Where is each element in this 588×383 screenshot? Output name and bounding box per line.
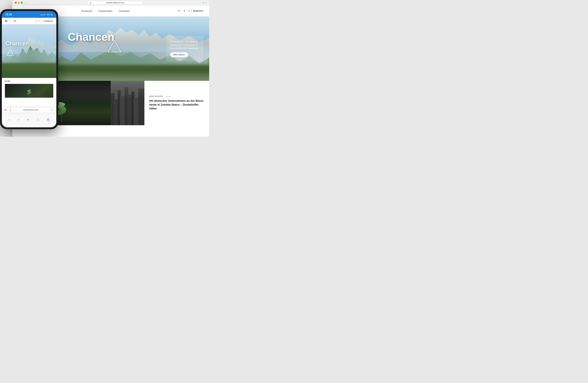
news-tag: NEUE INSIGHTS (149, 96, 163, 97)
nav-link-transformation[interactable]: Transformation (98, 10, 113, 12)
nav-logo[interactable]: F · T · I Andersch 7 (179, 9, 204, 13)
phone-hero-heading: Chancen (5, 40, 29, 47)
phone-share-button[interactable]: ⎋ (27, 118, 29, 121)
phone-body: 12:16 ▲▲▲ ●●● ▬ ○ DE › F · T · I (0, 9, 58, 129)
phone-time: 12:16 (5, 13, 12, 16)
back-button[interactable]: ‹ (25, 1, 26, 4)
phone-bottom-bar: ‹ › ⎋ □ ⧉ (2, 114, 56, 127)
phone-lang-label: DE (14, 20, 16, 22)
news-date: 9.2.23 (166, 96, 171, 98)
phone-screen: 12:16 ▲▲▲ ●●● ▬ ○ DE › F · T · I (2, 11, 56, 127)
phone-status-bar: 12:16 ▲▲▲ ●●● ▬ (2, 11, 56, 18)
news-content: NEUE INSIGHTS 9.2.23 6% deutscher Untern… (144, 91, 209, 115)
phone-bookmarks-button[interactable]: □ (37, 118, 39, 121)
svg-rect-10 (120, 96, 125, 125)
phone-plant-svg (21, 85, 37, 98)
phone-forward-icon: › (18, 118, 19, 121)
fullscreen-button[interactable] (21, 2, 23, 4)
phone-logo-sup: 7 (53, 20, 53, 21)
address-bar[interactable]: 🔒 www.fti-andersch.com (88, 1, 143, 5)
phone-plant-overlay (5, 84, 53, 98)
hero-triangle-icon (107, 39, 122, 55)
news-meta: NEUE INSIGHTS 9.2.23 (149, 96, 204, 98)
phone-logo-divider (44, 20, 44, 22)
phone-hero: Chancen (2, 24, 56, 78)
phone-reload-icon[interactable]: ↻ (51, 109, 53, 111)
battery-icon: ▬ (51, 14, 53, 16)
phone-url-container[interactable]: 🔒 fti-andersch.com ↻ (8, 108, 54, 112)
phone-news-section: NEWS (2, 78, 56, 100)
mehr-erfahren-button[interactable]: Mehr erfahren (170, 52, 188, 57)
address-bar-container: 🔒 www.fti-andersch.com (28, 1, 203, 5)
nav-link-transaction[interactable]: Transaction (119, 10, 130, 12)
mac-titlebar: ‹ › 🔒 www.fti-andersch.com ⎋ + (12, 0, 209, 5)
phone-url-bar: AA 🔒 fti-andersch.com ↻ (2, 106, 56, 114)
svg-marker-0 (108, 40, 121, 52)
close-button[interactable] (15, 2, 17, 4)
phone-overlay: 12:16 ▲▲▲ ●●● ▬ ○ DE › F · T · I (0, 9, 58, 129)
phone-url-lock-icon: 🔒 (9, 109, 11, 111)
phone-aa-label[interactable]: AA (4, 109, 7, 111)
city-photo (111, 81, 144, 125)
titlebar-right: ⎋ + (203, 1, 207, 4)
city-svg (111, 81, 144, 125)
phone-share-icon: ⎋ (27, 118, 29, 121)
phone-language-selector[interactable]: DE › (14, 20, 17, 22)
titlebar-controls: ‹ › (25, 1, 28, 4)
svg-marker-17 (7, 49, 14, 55)
phone-back-icon: ‹ (9, 118, 10, 121)
phone-search-icon[interactable]: ○ (10, 20, 11, 22)
phone-status-icons: ▲▲▲ ●●● ▬ (40, 14, 53, 16)
phone-tabs-button[interactable]: ⧉ (47, 118, 49, 121)
nav-link-turnaround[interactable]: Turnaround (81, 10, 92, 12)
phone-nav: ○ DE › F · T · I Andersch 7 (2, 18, 56, 24)
phone-chevron-icon: › (17, 20, 17, 22)
traffic-lights (15, 2, 23, 4)
phone-forward-button[interactable]: › (18, 118, 19, 121)
logo-andersch-text: Andersch (193, 10, 203, 12)
new-tab-icon[interactable]: + (206, 1, 207, 4)
share-icon[interactable]: ⎋ (203, 1, 204, 4)
svg-rect-16 (111, 81, 144, 99)
svg-rect-14 (134, 98, 139, 125)
news-city-image (111, 81, 144, 125)
wifi-icon: ▲▲▲ (40, 14, 46, 16)
logo-fti: F · T · I (179, 9, 190, 12)
phone-triangle-icon (6, 49, 15, 58)
lock-icon: 🔒 (90, 2, 92, 4)
signal-icon: ●●● (46, 14, 50, 16)
phone-news-label: NEWS (5, 80, 53, 82)
news-right: NEUE INSIGHTS 9.2.23 6% deutscher Untern… (111, 81, 209, 125)
phone-hamburger-menu[interactable] (5, 20, 7, 22)
hero-overlay-text: FTI-Andersch – Die führende Beratung für… (170, 40, 200, 50)
phone-url-display[interactable]: fti-andersch.com (8, 108, 54, 112)
logo-superscript: 7 (204, 9, 204, 11)
phone-logo-fti: F · T · I (36, 20, 44, 22)
phone-back-button[interactable]: ‹ (9, 118, 10, 121)
phone-logo-andersch: Andersch (45, 20, 53, 22)
url-text: www.fti-andersch.com (106, 2, 124, 4)
phone-logo[interactable]: F · T · I Andersch 7 (36, 20, 53, 22)
phone-tabs-icon: ⧉ (47, 118, 49, 121)
hero-overlay-box: FTI-Andersch – Die führende Beratung für… (167, 36, 203, 61)
news-title[interactable]: 6% deutscher Unternehmen an der Börse he… (149, 99, 204, 111)
phone-news-image[interactable] (5, 84, 53, 98)
minimize-button[interactable] (18, 2, 20, 4)
phone-bookmarks-icon: □ (37, 118, 39, 121)
